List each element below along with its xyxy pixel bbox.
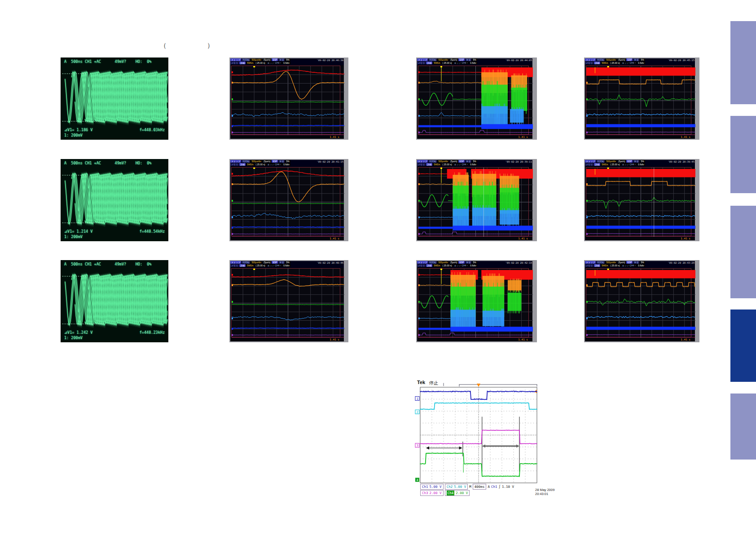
- header-chip: 単発: [633, 160, 639, 163]
- scope-datetime: '09-02-20 20:44:05: [505, 59, 532, 62]
- digital-scope-screenshot-c4r2: ストップ時間軸500μs/div(5μs/s)ESP単発5%メモリ詳細5MS/s…: [584, 159, 699, 241]
- analog-scope-header: A 500ns CH1 +AC 49mV? HO: 0%: [64, 161, 167, 165]
- header-chip: 0.6div: [469, 163, 477, 166]
- header-chip: ストップ: [417, 58, 428, 61]
- header-chip: ストップ: [417, 160, 428, 163]
- header-chip: メモリ: [585, 264, 593, 267]
- scope-header-bar: ストップ時間軸500μs/div(5μs/s)ESP単発5%メモリ詳細5MS/s…: [417, 261, 532, 268]
- header-chip: 500μs/div: [437, 160, 449, 163]
- sidebar-section-tab-2: [730, 116, 756, 193]
- scope-footer-readout: 1.41 s: [518, 237, 528, 240]
- header-chip: 5%: [472, 261, 477, 264]
- scope-plot: [418, 66, 529, 135]
- header-chip: 5MS/s: [433, 264, 441, 267]
- header-chip: 時間軸: [428, 160, 437, 163]
- header-chip: (5μs/s): [449, 160, 458, 163]
- header-chip: メモリ: [230, 163, 239, 166]
- header-chip: 5%: [285, 58, 290, 61]
- header-chip: メモリ: [417, 264, 426, 267]
- caption-blank: （ ）: [160, 41, 214, 50]
- header-chip: ストップ: [230, 261, 241, 264]
- scope-footer-readout: 1.41 s: [518, 338, 528, 341]
- header-chip: エッジ CH4 ↑: [453, 62, 469, 64]
- header-chip: 5%: [472, 58, 477, 61]
- sidebar-section-tab-5: [730, 394, 756, 460]
- sidebar-section-tab-1: [730, 21, 756, 104]
- header-chip: ESP: [458, 58, 465, 61]
- ch1-scale-readout: Ch1 5.00 V: [420, 484, 444, 490]
- header-chip: ( 25.00 s): [255, 163, 266, 166]
- header-chip: 5MS/s: [433, 62, 441, 64]
- header-chip: ( 25.00 s): [442, 264, 453, 267]
- analog-scope-overlay-text: +√V-C2: [143, 174, 156, 178]
- tek-datetime: 28 May 200920:43:01: [535, 488, 554, 496]
- tek-readout-row2: Ch3 2.00 V Ch4 2.00 V: [420, 490, 470, 495]
- scope-plot: [231, 66, 340, 135]
- scope-header-bar: ストップ時間軸500μs/div(5μs/s)ESP単発5%メモリ詳細5MS/s…: [585, 261, 695, 268]
- scope-plot: [418, 167, 529, 236]
- header-chip: 500μs/div: [605, 58, 617, 61]
- scope-header-bar: ストップ時間軸500μs/div(5μs/s)ESP単発5%メモリ詳細5MS/s…: [230, 58, 344, 65]
- svg-text:4: 4: [416, 478, 418, 482]
- digital-scope-screenshot-c4r1: ストップ時間軸500μs/div(5μs/s)ESP単発5%メモリ詳細5MS/s…: [584, 57, 699, 140]
- analog-scope-overlay-text: +√V-C2: [143, 73, 156, 77]
- timebase-label: M: [469, 485, 471, 489]
- header-chip: ストップ: [230, 160, 241, 163]
- header-chip: 5%: [640, 58, 645, 61]
- header-chip: ストップ: [230, 58, 241, 61]
- header-chip: ストップ: [585, 160, 596, 163]
- scope-footer-readout: 1.41 s: [518, 135, 528, 138]
- ch2-scale-readout: Ch2 5.00 V: [445, 484, 468, 490]
- header-chip: ESP: [626, 58, 633, 61]
- scope-screen: ストップ時間軸500μs/div(5μs/s)ESP単発5%メモリ詳細5MS/s…: [417, 160, 532, 240]
- header-chip: 単発: [278, 261, 285, 264]
- header-chip: 5%: [640, 261, 645, 264]
- delta-v-readout: ⊿V1= 1.186 V: [64, 128, 92, 132]
- header-chip: ESP: [272, 261, 278, 264]
- scope-footer-readout: 1.41 s: [681, 135, 690, 138]
- document-page: （ ） Tek 停止 1234 Ch1 5.00 V Ch2 5.00 V M …: [0, 0, 756, 535]
- header-chip: ESP: [272, 58, 278, 61]
- svg-text:2: 2: [416, 411, 418, 414]
- analog-scope-overlay-text: +√V-C2: [143, 275, 156, 279]
- scope-datetime: '09-02-20 20:45:15: [668, 59, 694, 62]
- scope-header-bar: ストップ時間軸500μs/div(5μs/s)ESP単発5%メモリ詳細5MS/s…: [585, 160, 695, 167]
- header-chip: エッジ CH4 ↑: [267, 62, 282, 64]
- header-chip: (5μs/s): [263, 160, 271, 163]
- header-chip: 単発: [633, 58, 639, 61]
- header-chip: 500μs/div: [437, 58, 449, 61]
- header-chip: メモリ: [230, 62, 239, 64]
- ch4-scale-readout: Ch4 2.00 V: [445, 490, 470, 496]
- header-chip: 単発: [633, 261, 639, 264]
- header-chip: (5μs/s): [263, 261, 271, 264]
- scope-plot: [418, 268, 529, 337]
- header-chip: ( 25.00 s): [442, 163, 453, 166]
- header-chip: 500μs/div: [251, 160, 262, 163]
- header-chip: 0.6div: [282, 62, 290, 64]
- analog-scope-header: A 500ns CH1 +AC 49mV? HO: 0%: [64, 262, 167, 266]
- header-chip: 時間軸: [242, 160, 250, 163]
- header-chip: ESP: [458, 160, 465, 163]
- scope-screen: ストップ時間軸500μs/div(5μs/s)ESP単発5%メモリ詳細5MS/s…: [417, 261, 532, 341]
- scope-header-bar: ストップ時間軸500μs/div(5μs/s)ESP単発5%メモリ詳細5MS/s…: [230, 261, 344, 268]
- volts-per-div-readout: 1: 200mV: [64, 133, 83, 137]
- header-chip: 単発: [278, 58, 285, 61]
- scope-screen: ストップ時間軸500μs/div(5μs/s)ESP単発5%メモリ詳細5MS/s…: [230, 261, 344, 341]
- header-chip: 500μs/div: [437, 261, 449, 264]
- header-chip: 詳細: [594, 264, 600, 267]
- header-chip: 500μs/div: [251, 58, 262, 61]
- header-chip: 単発: [465, 160, 471, 163]
- header-chip: エッジ CH4 ↑: [267, 264, 282, 267]
- trigger-mode-label: A: [488, 485, 490, 489]
- header-chip: 500μs/div: [605, 261, 617, 264]
- header-chip: 5%: [472, 160, 477, 163]
- header-chip: 5MS/s: [433, 163, 441, 166]
- scope-footer-readout: 1.41 s: [681, 338, 690, 341]
- header-chip: 単発: [465, 261, 471, 264]
- header-chip: メモリ: [417, 62, 426, 64]
- header-chip: 5MS/s: [246, 163, 254, 166]
- digital-scope-screenshot-c2r1: ストップ時間軸500μs/div(5μs/s)ESP単発5%メモリ詳細5MS/s…: [229, 57, 348, 140]
- scope-header-bar: ストップ時間軸500μs/div(5μs/s)ESP単発5%メモリ詳細5MS/s…: [417, 58, 532, 65]
- analog-scope-header: A 500ns CH1 +AC 49mV? HO: 0%: [64, 59, 167, 64]
- frequency-readout: f=448.03kHz: [140, 128, 165, 132]
